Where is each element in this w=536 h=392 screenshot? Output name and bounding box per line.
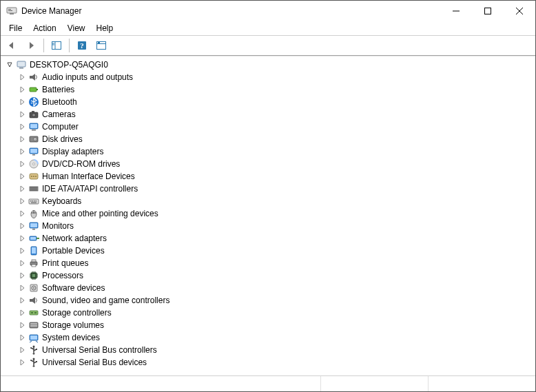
expand-icon[interactable] — [17, 85, 27, 94]
display-icon — [28, 146, 39, 157]
category-node[interactable]: Mice and other pointing devices — [17, 207, 535, 220]
category-node[interactable]: Software devices — [17, 282, 535, 294]
storagectl-icon — [28, 307, 39, 318]
category-label: Universal Serial Bus devices — [42, 356, 147, 369]
expand-icon[interactable] — [17, 271, 27, 280]
expand-icon[interactable] — [17, 246, 27, 256]
category-node[interactable]: System devices — [17, 331, 535, 344]
maximize-button[interactable] — [472, 1, 504, 21]
expand-icon[interactable] — [17, 333, 27, 342]
category-node[interactable]: Storage controllers — [17, 307, 535, 319]
category-node[interactable]: Network adapters — [17, 232, 535, 245]
minimize-button[interactable] — [440, 1, 472, 21]
category-label: Storage controllers — [42, 307, 112, 319]
svg-rect-17 — [17, 61, 25, 67]
processor-icon — [28, 270, 39, 281]
category-label: Software devices — [42, 282, 105, 294]
svg-rect-3 — [10, 13, 14, 14]
audio-icon — [28, 72, 39, 83]
menu-help[interactable]: Help — [91, 22, 119, 34]
category-label: Keyboards — [42, 195, 81, 207]
category-node[interactable]: Computer — [17, 121, 535, 133]
expand-icon[interactable] — [17, 147, 27, 156]
expand-icon[interactable] — [17, 159, 27, 169]
status-cell — [429, 376, 535, 391]
tree-root-node[interactable]: DESKTOP-Q5AQGI0 — [5, 59, 535, 71]
category-node[interactable]: Bluetooth — [17, 96, 535, 108]
expand-icon[interactable] — [17, 209, 27, 218]
expand-icon[interactable] — [17, 283, 27, 293]
category-node[interactable]: Sound, video and game controllers — [17, 294, 535, 307]
expand-icon[interactable] — [17, 184, 27, 194]
category-node[interactable]: Disk drives — [17, 133, 535, 145]
expand-icon[interactable] — [17, 320, 27, 330]
window-controls — [440, 1, 535, 21]
menu-action[interactable]: Action — [28, 22, 61, 34]
category-node[interactable]: DVD/CD-ROM drives — [17, 158, 535, 170]
category-label: Mice and other pointing devices — [42, 207, 158, 220]
properties-button[interactable] — [93, 37, 110, 54]
expand-icon[interactable] — [17, 172, 27, 181]
category-node[interactable]: Batteries — [17, 83, 535, 96]
category-label: Cameras — [42, 108, 76, 121]
keyboard-icon — [28, 196, 39, 207]
svg-rect-18 — [19, 68, 23, 69]
category-node[interactable]: Human Interface Devices — [17, 170, 535, 183]
menu-file[interactable]: File — [3, 22, 28, 34]
menu-view[interactable]: View — [62, 22, 91, 34]
expand-icon[interactable] — [17, 296, 27, 305]
category-label: Computer — [42, 121, 79, 133]
category-label: Sound, video and game controllers — [42, 294, 169, 307]
expand-icon[interactable] — [17, 258, 27, 268]
usb-icon — [28, 344, 39, 355]
expand-icon[interactable] — [17, 221, 27, 231]
bluetooth-icon — [28, 96, 39, 107]
category-node[interactable]: Display adapters — [17, 145, 535, 158]
expand-icon[interactable] — [17, 345, 27, 355]
back-button[interactable] — [3, 37, 20, 54]
software-icon — [28, 282, 39, 293]
network-icon — [28, 233, 39, 244]
category-node[interactable]: Universal Serial Bus controllers — [17, 344, 535, 356]
category-node[interactable]: Universal Serial Bus devices — [17, 356, 535, 369]
device-tree[interactable]: DESKTOP-Q5AQGI0 Audio inputs and outputs… — [1, 56, 535, 375]
status-cell — [321, 376, 429, 391]
category-label: IDE ATA/ATAPI controllers — [42, 183, 138, 195]
category-node[interactable]: Storage volumes — [17, 319, 535, 331]
expand-icon[interactable] — [17, 110, 27, 119]
svg-rect-5 — [485, 8, 491, 14]
category-node[interactable]: Cameras — [17, 108, 535, 121]
category-label: Audio inputs and outputs — [42, 71, 133, 83]
mouse-icon — [28, 208, 39, 219]
forward-button[interactable] — [23, 37, 39, 54]
category-node[interactable]: Print queues — [17, 257, 535, 269]
category-label: Bluetooth — [42, 96, 77, 108]
expand-icon[interactable] — [17, 134, 27, 144]
expand-icon[interactable] — [17, 358, 27, 367]
expand-icon[interactable] — [17, 72, 27, 82]
category-label: Portable Devices — [42, 245, 105, 257]
sound-icon — [28, 295, 39, 306]
category-node[interactable]: Portable Devices — [17, 245, 535, 257]
help-button[interactable]: ? — [74, 37, 90, 54]
show-hide-console-tree-button[interactable] — [48, 37, 65, 54]
expand-icon[interactable] — [17, 122, 27, 132]
category-node[interactable]: Keyboards — [17, 195, 535, 207]
category-node[interactable]: IDE ATA/ATAPI controllers — [17, 183, 535, 195]
expand-icon[interactable] — [17, 234, 27, 243]
camera-icon — [28, 109, 39, 120]
category-node[interactable]: Processors — [17, 269, 535, 282]
toolbar-separator — [43, 39, 44, 52]
close-button[interactable] — [504, 1, 535, 21]
svg-text:?: ? — [80, 41, 84, 50]
category-label: Monitors — [42, 220, 74, 232]
expand-icon[interactable] — [17, 97, 27, 107]
collapse-icon[interactable] — [5, 60, 14, 70]
expand-icon[interactable] — [17, 308, 27, 318]
category-node[interactable]: Audio inputs and outputs — [17, 71, 535, 83]
category-node[interactable]: Monitors — [17, 220, 535, 232]
category-label: System devices — [42, 331, 100, 344]
storagevol-icon — [28, 320, 39, 331]
monitor-icon — [28, 220, 39, 231]
expand-icon[interactable] — [17, 196, 27, 206]
